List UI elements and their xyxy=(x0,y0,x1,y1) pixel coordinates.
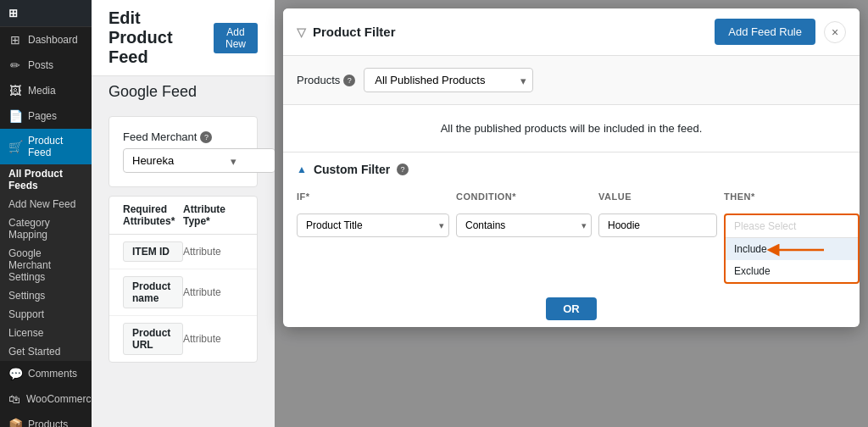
feed-merchant-select-wrap: Heureka xyxy=(123,148,243,173)
product-filter-modal: ▽ Product Filter Add Feed Rule × Product… xyxy=(283,8,860,327)
sidebar-item-posts[interactable]: ✏ Posts xyxy=(0,53,92,78)
col-then: THEN* xyxy=(724,191,860,202)
main-content: Edit Product Feed Add New Google Feed Fe… xyxy=(92,0,868,427)
attr-col2-header: Attribute Type* xyxy=(183,203,243,227)
sidebar-sub-support[interactable]: Support xyxy=(0,305,92,324)
condition-select-wrap: Contains xyxy=(456,214,592,237)
sidebar-item-media[interactable]: 🖼 Media xyxy=(0,78,92,103)
add-feed-rule-button[interactable]: Add Feed Rule xyxy=(715,19,815,45)
products-icon: 📦 xyxy=(8,418,22,427)
value-input[interactable] xyxy=(598,214,717,237)
sidebar-item-product-feed[interactable]: 🛒 Product Feed xyxy=(0,129,92,164)
sidebar-label: Dashboard xyxy=(28,34,78,46)
products-info-icon[interactable]: ? xyxy=(343,75,355,86)
custom-filter-label: Custom Filter xyxy=(314,163,390,176)
modal-title: ▽ Product Filter xyxy=(297,25,396,39)
sidebar-label: Posts xyxy=(28,59,53,71)
or-row: OR xyxy=(283,291,860,327)
sidebar-label: WooCommerce xyxy=(26,393,97,405)
sidebar-item-dashboard[interactable]: ⊞ Dashboard xyxy=(0,27,92,53)
arrow-annotation xyxy=(765,237,832,263)
attr-type-1: Attribute xyxy=(183,286,243,298)
col-if: IF* xyxy=(297,191,449,202)
feed-merchant-label: Feed Merchant ? xyxy=(123,130,243,143)
comments-icon: 💬 xyxy=(8,367,22,380)
page-header: Edit Product Feed Add New xyxy=(92,0,275,76)
products-label: Products ? xyxy=(297,74,355,86)
feed-merchant-section: Feed Merchant ? Heureka xyxy=(108,116,258,187)
sidebar-sub-category-mapping[interactable]: Category Mapping xyxy=(0,214,92,244)
sidebar-label: Pages xyxy=(28,110,57,122)
sidebar-item-pages[interactable]: 📄 Pages xyxy=(0,103,92,129)
if-select-wrap: Product Title xyxy=(297,214,449,237)
sidebar-sub-license[interactable]: License xyxy=(0,324,92,342)
or-button[interactable]: OR xyxy=(546,297,597,320)
product-feed-submenu: All Product Feeds Add New Feed Category … xyxy=(0,164,92,361)
sidebar: ⊞ ⊞ Dashboard ✏ Posts 🖼 Media 📄 Pages 🛒 … xyxy=(0,0,92,427)
woocommerce-icon: 🛍 xyxy=(8,392,20,406)
col-value: VALUE xyxy=(598,191,717,202)
attr-item-id: ITEM ID xyxy=(123,241,183,262)
google-feed-title: Google Feed xyxy=(108,83,258,101)
chevron-up-icon: ▲ xyxy=(297,164,307,175)
content-wrap: Edit Product Feed Add New Google Feed Fe… xyxy=(92,0,868,427)
attr-type-0: Attribute xyxy=(183,246,243,258)
sidebar-label: Media xyxy=(28,85,56,97)
modal-overlay: ▽ Product Filter Add Feed Rule × Product… xyxy=(275,0,868,427)
sidebar-item-comments[interactable]: 💬 Comments xyxy=(0,361,92,386)
products-select-wrap: All Published Products Custom xyxy=(364,68,533,92)
custom-filter-info-icon[interactable]: ? xyxy=(397,164,409,175)
product-feed-icon: 🛒 xyxy=(8,140,22,153)
attr-product-url: Product URL xyxy=(123,323,183,355)
sidebar-label: Comments xyxy=(28,368,77,380)
attr-product-name: Product name xyxy=(123,276,183,308)
sidebar-sub-get-started[interactable]: Get Started xyxy=(0,342,92,361)
condition-select[interactable]: Contains xyxy=(456,214,592,237)
sidebar-sub-all-product-feeds[interactable]: All Product Feeds xyxy=(0,164,92,195)
modal-header: ▽ Product Filter Add Feed Rule × xyxy=(283,8,860,56)
value-input-wrap xyxy=(598,214,717,237)
table-row: Product URL Attribute xyxy=(109,316,257,362)
sidebar-logo: ⊞ xyxy=(0,0,92,27)
sidebar-label: Product Feed xyxy=(28,135,83,158)
feed-merchant-label-text: Feed Merchant xyxy=(123,130,197,143)
posts-icon: ✏ xyxy=(8,58,22,72)
wp-icon: ⊞ xyxy=(8,7,18,19)
col-condition: CONDITION* xyxy=(456,191,592,202)
filter-table-header: IF* CONDITION* VALUE THEN* ACTION xyxy=(297,186,846,207)
feed-merchant-info-icon[interactable]: ? xyxy=(200,131,212,143)
sidebar-item-products[interactable]: 📦 Products xyxy=(0,412,92,427)
attr-type-2: Attribute xyxy=(183,333,243,345)
sidebar-item-woocommerce[interactable]: 🛍 WooCommerce xyxy=(0,386,92,412)
then-option-exclude[interactable]: Exclude xyxy=(726,260,858,282)
close-modal-button[interactable]: × xyxy=(824,21,846,43)
pages-icon: 📄 xyxy=(8,109,22,123)
table-row: ITEM ID Attribute xyxy=(109,235,257,269)
sub-title-wrap: Google Feed xyxy=(92,76,275,108)
filter-row: Product Title Contains xyxy=(297,207,846,291)
attr-col1-header: Required Attributes* xyxy=(123,203,183,227)
then-placeholder: Please Select xyxy=(726,215,858,238)
custom-filter-header: ▲ Custom Filter ? xyxy=(283,152,860,186)
media-icon: 🖼 xyxy=(8,84,22,97)
all-published-notice: All the published products will be inclu… xyxy=(283,105,860,152)
feed-merchant-select[interactable]: Heureka xyxy=(123,148,275,173)
sidebar-sub-add-new-feed[interactable]: Add New Feed xyxy=(0,195,92,214)
page-title: Edit Product Feed xyxy=(108,8,203,67)
dashboard-icon: ⊞ xyxy=(8,33,22,47)
table-row: Product name Attribute xyxy=(109,269,257,316)
sidebar-sub-settings[interactable]: Settings xyxy=(0,286,92,305)
filter-icon: ▽ xyxy=(297,25,306,39)
required-attributes-table: Required Attributes* Attribute Type* ITE… xyxy=(108,196,258,363)
modal-title-text: Product Filter xyxy=(313,25,396,39)
page-content: Edit Product Feed Add New Google Feed Fe… xyxy=(92,0,275,427)
products-label-text: Products xyxy=(297,74,340,86)
products-select[interactable]: All Published Products Custom xyxy=(364,68,533,92)
filter-table: IF* CONDITION* VALUE THEN* ACTION Produc… xyxy=(283,186,860,291)
attr-table-header: Required Attributes* Attribute Type* xyxy=(109,197,257,235)
products-row: Products ? All Published Products Custom xyxy=(283,56,860,105)
sidebar-label: Products xyxy=(28,419,68,427)
sidebar-sub-google-merchant[interactable]: Google Merchant Settings xyxy=(0,244,92,286)
if-select[interactable]: Product Title xyxy=(297,214,449,237)
add-new-button[interactable]: Add New xyxy=(214,23,258,53)
